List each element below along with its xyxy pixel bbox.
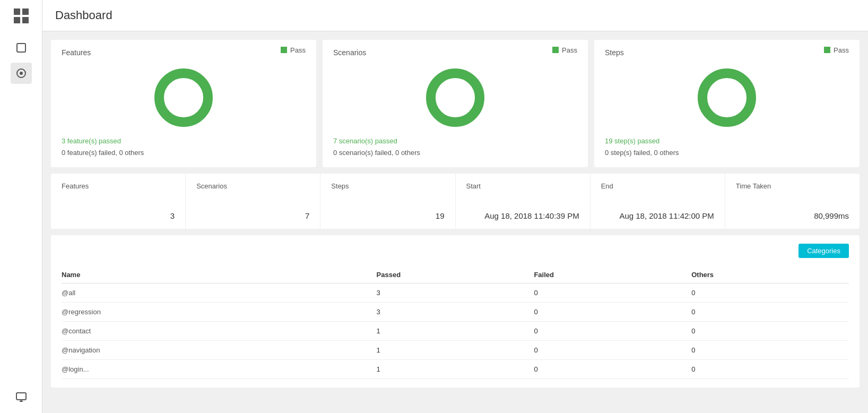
summary-scenarios-label: Scenarios bbox=[196, 182, 309, 190]
svg-rect-7 bbox=[16, 393, 26, 400]
steps-card-title: Steps bbox=[605, 48, 624, 57]
col-passed: Passed bbox=[377, 266, 534, 283]
summary-start-cell: Start Aug 18, 2018 11:40:39 PM bbox=[456, 174, 591, 229]
row-name: @contact bbox=[62, 322, 377, 341]
main-area: Dashboard Features Pass 3 feature(s) pas… bbox=[42, 0, 868, 413]
svg-rect-2 bbox=[14, 17, 20, 23]
row-failed: 0 bbox=[534, 360, 691, 379]
scenarios-card-title: Scenarios bbox=[333, 48, 366, 57]
row-failed: 0 bbox=[534, 341, 691, 360]
scenarios-donut-container bbox=[333, 68, 577, 127]
features-pass-dot bbox=[281, 47, 287, 53]
summary-start-label: Start bbox=[466, 182, 579, 190]
scenarios-legend-label: Pass bbox=[562, 46, 577, 54]
row-passed: 1 bbox=[377, 360, 534, 379]
features-failed-text: 0 feature(s) failed, 0 others bbox=[62, 147, 306, 159]
summary-features-value: 3 bbox=[62, 211, 175, 220]
features-donut-container bbox=[62, 68, 306, 127]
summary-steps-label: Steps bbox=[331, 182, 444, 190]
sidebar-logo bbox=[11, 5, 32, 27]
svg-rect-0 bbox=[14, 8, 20, 15]
row-name: @navigation bbox=[62, 341, 377, 360]
summary-features-label: Features bbox=[62, 182, 175, 190]
col-failed: Failed bbox=[534, 266, 691, 283]
steps-donut-chart bbox=[698, 68, 756, 127]
row-others: 0 bbox=[691, 322, 849, 341]
scenarios-passed-text: 7 scenario(s) passed bbox=[333, 135, 577, 147]
svg-rect-1 bbox=[22, 8, 29, 15]
steps-pass-dot bbox=[824, 47, 830, 53]
summary-time-cell: Time Taken 80,999ms bbox=[725, 174, 860, 229]
summary-features-cell: Features 3 bbox=[51, 174, 186, 229]
col-name: Name bbox=[62, 266, 377, 283]
row-passed: 1 bbox=[377, 341, 534, 360]
summary-scenarios-value: 7 bbox=[196, 211, 309, 220]
svg-rect-4 bbox=[17, 44, 25, 52]
features-donut-chart bbox=[154, 68, 213, 127]
col-others: Others bbox=[691, 266, 849, 283]
row-failed: 0 bbox=[534, 303, 691, 322]
features-stats: 3 feature(s) passed 0 feature(s) failed,… bbox=[62, 135, 306, 159]
row-others: 0 bbox=[691, 360, 849, 379]
steps-legend-label: Pass bbox=[834, 46, 849, 54]
features-legend: Pass bbox=[281, 46, 306, 54]
row-others: 0 bbox=[691, 283, 849, 303]
summary-start-value: Aug 18, 2018 11:40:39 PM bbox=[466, 211, 579, 220]
categories-button[interactable]: Categories bbox=[798, 244, 849, 258]
sidebar bbox=[0, 0, 42, 413]
row-name: @regression bbox=[62, 303, 377, 322]
row-others: 0 bbox=[691, 303, 849, 322]
summary-end-label: End bbox=[601, 182, 714, 190]
categories-section: Categories Name Passed Failed Others bbox=[51, 235, 860, 388]
scenarios-pass-dot bbox=[552, 47, 559, 53]
row-passed: 3 bbox=[377, 283, 534, 303]
features-passed-text: 3 feature(s) passed bbox=[62, 135, 306, 147]
summary-row: Features 3 Scenarios 7 Steps 19 Start Au… bbox=[51, 174, 860, 229]
table-row: @regression 3 0 0 bbox=[62, 303, 849, 322]
categories-header: Categories bbox=[62, 244, 849, 258]
scenarios-legend: Pass bbox=[552, 46, 577, 54]
steps-passed-text: 19 step(s) passed bbox=[605, 135, 849, 147]
page-title: Dashboard bbox=[42, 0, 868, 31]
table-row: @contact 1 0 0 bbox=[62, 322, 849, 341]
donut-cards-row: Features Pass 3 feature(s) passed 0 feat… bbox=[51, 40, 860, 167]
steps-stats: 19 step(s) passed 0 step(s) failed, 0 ot… bbox=[605, 135, 849, 159]
features-card-title: Features bbox=[62, 48, 91, 57]
monitor-icon[interactable] bbox=[11, 386, 32, 408]
steps-failed-text: 0 step(s) failed, 0 others bbox=[605, 147, 849, 159]
row-failed: 0 bbox=[534, 322, 691, 341]
steps-donut-container bbox=[605, 68, 849, 127]
scenarios-donut-chart bbox=[426, 68, 484, 127]
summary-time-value: 80,999ms bbox=[736, 211, 849, 220]
page-title-text: Dashboard bbox=[55, 8, 112, 22]
row-failed: 0 bbox=[534, 283, 691, 303]
summary-steps-cell: Steps 19 bbox=[320, 174, 455, 229]
summary-end-value: Aug 18, 2018 11:42:00 PM bbox=[601, 211, 714, 220]
summary-steps-value: 19 bbox=[331, 211, 444, 220]
categories-table: Name Passed Failed Others @all 3 0 0 @re… bbox=[62, 266, 849, 379]
content-area: Features Pass 3 feature(s) passed 0 feat… bbox=[42, 31, 868, 413]
row-passed: 1 bbox=[377, 322, 534, 341]
table-row: @login... 1 0 0 bbox=[62, 360, 849, 379]
table-row: @all 3 0 0 bbox=[62, 283, 849, 303]
summary-end-cell: End Aug 18, 2018 11:42:00 PM bbox=[591, 174, 725, 229]
scenarios-card: Scenarios Pass 7 scenario(s) passed 0 sc… bbox=[323, 40, 588, 167]
summary-scenarios-cell: Scenarios 7 bbox=[186, 174, 320, 229]
row-others: 0 bbox=[691, 341, 849, 360]
svg-rect-3 bbox=[22, 17, 29, 23]
scenarios-failed-text: 0 scenario(s) failed, 0 others bbox=[333, 147, 577, 159]
row-name: @login... bbox=[62, 360, 377, 379]
tag-icon[interactable] bbox=[11, 37, 32, 58]
row-name: @all bbox=[62, 283, 377, 303]
target-icon[interactable] bbox=[11, 63, 32, 84]
features-card: Features Pass 3 feature(s) passed 0 feat… bbox=[51, 40, 316, 167]
table-row: @navigation 1 0 0 bbox=[62, 341, 849, 360]
row-passed: 3 bbox=[377, 303, 534, 322]
svg-point-6 bbox=[20, 72, 23, 75]
steps-legend: Pass bbox=[824, 46, 849, 54]
features-legend-label: Pass bbox=[290, 46, 306, 54]
summary-time-label: Time Taken bbox=[736, 182, 849, 190]
table-header-row: Name Passed Failed Others bbox=[62, 266, 849, 283]
steps-card: Steps Pass 19 step(s) passed 0 step(s) f… bbox=[594, 40, 860, 167]
scenarios-stats: 7 scenario(s) passed 0 scenario(s) faile… bbox=[333, 135, 577, 159]
